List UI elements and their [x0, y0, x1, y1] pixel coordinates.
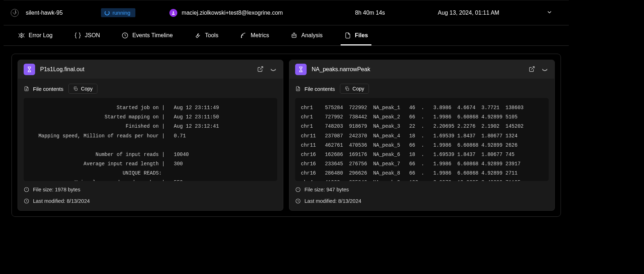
wrench-icon [194, 32, 201, 39]
svg-point-6 [295, 35, 295, 36]
files-panel: P1s1Log.final.out File co [11, 54, 561, 217]
tab-label: Tools [205, 32, 218, 39]
open-external-icon[interactable] [257, 66, 264, 73]
file-size: File size: 947 bytes [295, 187, 549, 192]
user-block: maciej.ziolkowski+test8@lexogrine.com [169, 9, 323, 17]
tabs: Error Log JSON Events Timeline Tools Met… [4, 25, 569, 46]
svg-rect-7 [75, 88, 77, 90]
file-contents-label: File contents [295, 86, 335, 92]
duration: 8h 40m 14s [323, 10, 417, 16]
file-card-header: P1s1Log.final.out [18, 60, 283, 79]
chevron-down-icon[interactable] [546, 9, 553, 16]
svg-rect-4 [292, 34, 296, 38]
avatar [169, 9, 177, 17]
timestamp: Aug 13, 2024, 01:11 AM [417, 10, 520, 16]
tab-json[interactable]: JSON [71, 25, 104, 45]
clock-icon [121, 32, 129, 39]
file-card: P1s1Log.final.out File co [18, 60, 283, 211]
file-modified: Last modified: 8/13/2024 [24, 198, 277, 204]
status-badge: running [101, 8, 135, 17]
svg-rect-10 [346, 88, 349, 90]
tab-label: Files [355, 32, 368, 39]
file-content: Started job on | Aug 12 23:11:49 Started… [24, 98, 277, 181]
tab-label: Events Timeline [132, 32, 173, 39]
file-card-header: NA_peaks.narrowPeak [289, 60, 554, 79]
hourglass-icon [295, 64, 307, 75]
signal-icon [240, 32, 247, 39]
tab-analysis[interactable]: Analysis [287, 25, 326, 45]
open-external-icon[interactable] [529, 66, 535, 73]
tab-label: Error Log [29, 32, 53, 39]
file-modified: Last modified: 8/13/2024 [295, 198, 549, 204]
file-contents-label: File contents [24, 86, 63, 92]
tab-files[interactable]: Files [341, 25, 371, 45]
tab-label: Analysis [301, 32, 323, 39]
filename: NA_peaks.narrowPeak [312, 66, 524, 73]
copy-button[interactable]: Copy [68, 84, 97, 94]
tab-metrics[interactable]: Metrics [236, 25, 273, 45]
tab-tools[interactable]: Tools [191, 25, 222, 45]
job-name: silent-hawk-95 [26, 10, 101, 16]
eye-closed-icon[interactable] [541, 66, 549, 73]
filename: P1s1Log.final.out [40, 66, 252, 73]
bug-icon [18, 32, 25, 39]
hourglass-icon [24, 64, 35, 75]
file-icon [344, 32, 351, 39]
status-text: running [112, 10, 130, 16]
robot-icon [290, 32, 298, 39]
tab-events-timeline[interactable]: Events Timeline [118, 25, 176, 45]
copy-button[interactable]: Copy [340, 84, 369, 94]
braces-icon [74, 32, 81, 39]
tab-label: Metrics [251, 32, 269, 39]
user-email: maciej.ziolkowski+test8@lexogrine.com [182, 10, 283, 16]
download-icon[interactable] [11, 9, 19, 17]
file-content: chr1 575284 722992 NA_peak_1 46 . 3.8986… [295, 98, 549, 181]
svg-point-5 [293, 35, 294, 36]
tab-label: JSON [85, 32, 100, 39]
job-header: silent-hawk-95 running maciej.ziolkowski… [4, 0, 569, 25]
file-card: NA_peaks.narrowPeak File [289, 60, 555, 211]
svg-point-3 [241, 37, 242, 38]
eye-closed-icon[interactable] [269, 66, 277, 73]
spinner-icon [105, 10, 110, 15]
tab-error-log[interactable]: Error Log [14, 25, 56, 45]
file-size: File size: 1978 bytes [24, 187, 277, 192]
svg-point-0 [173, 11, 174, 13]
